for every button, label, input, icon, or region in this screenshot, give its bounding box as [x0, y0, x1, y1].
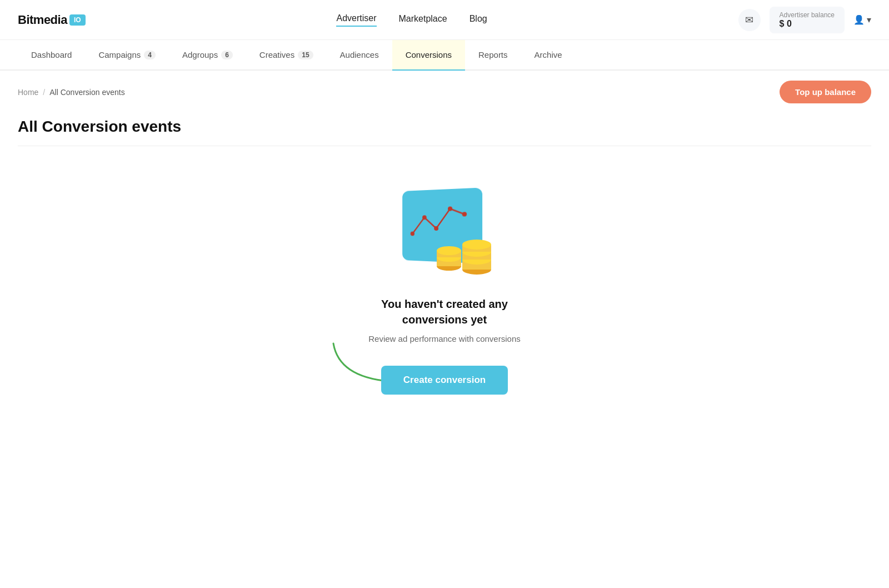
logo-text: Bitmedia [18, 13, 67, 27]
logo-badge: IO [69, 14, 86, 26]
balance-label: Advertiser balance [780, 11, 835, 19]
breadcrumb-separator: / [43, 88, 45, 97]
mail-icon: ✉ [745, 14, 753, 26]
user-icon: 👤 [853, 14, 865, 25]
svg-point-2 [434, 226, 438, 231]
logo: Bitmedia IO [18, 13, 86, 27]
tab-campaigns[interactable]: Campaigns 4 [85, 40, 169, 71]
svg-point-16 [462, 240, 491, 250]
top-nav-links: Advertiser Marketplace Blog [336, 13, 487, 27]
arrow-area: Create conversion [361, 366, 528, 395]
top-nav: Bitmedia IO Advertiser Marketplace Blog … [0, 0, 889, 40]
tab-archive[interactable]: Archive [521, 40, 576, 71]
balance-amount: $ 0 [780, 19, 792, 29]
empty-state: You haven't created any conversions yet … [0, 156, 889, 439]
svg-point-4 [462, 212, 467, 216]
top-nav-right: ✉ Advertiser balance $ 0 👤 ▾ [738, 7, 871, 33]
tab-audiences[interactable]: Audiences [327, 40, 392, 71]
chevron-down-icon: ▾ [867, 14, 871, 25]
breadcrumb-bar: Home / All Conversion events Top up bala… [0, 71, 889, 109]
nav-link-advertiser[interactable]: Advertiser [336, 13, 376, 27]
breadcrumb: Home / All Conversion events [18, 88, 125, 97]
divider [18, 146, 871, 146]
adgroups-badge: 6 [221, 51, 233, 59]
nav-link-blog[interactable]: Blog [470, 14, 487, 26]
page-title: All Conversion events [18, 118, 871, 136]
campaigns-badge: 4 [144, 51, 156, 59]
svg-point-0 [411, 232, 414, 236]
tab-adgroups[interactable]: Adgroups 6 [169, 40, 246, 71]
illustration [394, 190, 495, 278]
svg-point-3 [448, 206, 452, 211]
creatives-badge: 15 [298, 51, 313, 59]
top-up-balance-button[interactable]: Top up balance [780, 81, 871, 103]
breadcrumb-current: All Conversion events [49, 88, 124, 97]
mail-button[interactable]: ✉ [738, 9, 761, 31]
coins-svg [433, 232, 495, 276]
balance-box: Advertiser balance $ 0 [770, 7, 845, 33]
empty-title: You haven't created any conversions yet [381, 296, 508, 327]
user-menu-button[interactable]: 👤 ▾ [853, 14, 871, 25]
tab-creatives[interactable]: Creatives 15 [246, 40, 327, 71]
create-conversion-button[interactable]: Create conversion [381, 366, 508, 395]
tab-dashboard[interactable]: Dashboard [18, 40, 85, 71]
svg-point-9 [437, 246, 461, 255]
tab-reports[interactable]: Reports [465, 40, 521, 71]
svg-point-1 [422, 215, 427, 220]
tab-conversions[interactable]: Conversions [392, 40, 465, 71]
breadcrumb-home[interactable]: Home [18, 88, 38, 97]
nav-link-marketplace[interactable]: Marketplace [399, 14, 447, 26]
coins [433, 232, 495, 278]
page-title-area: All Conversion events [0, 109, 889, 136]
secondary-nav: Dashboard Campaigns 4 Adgroups 6 Creativ… [0, 40, 889, 71]
empty-subtitle: Review ad performance with conversions [368, 334, 520, 343]
